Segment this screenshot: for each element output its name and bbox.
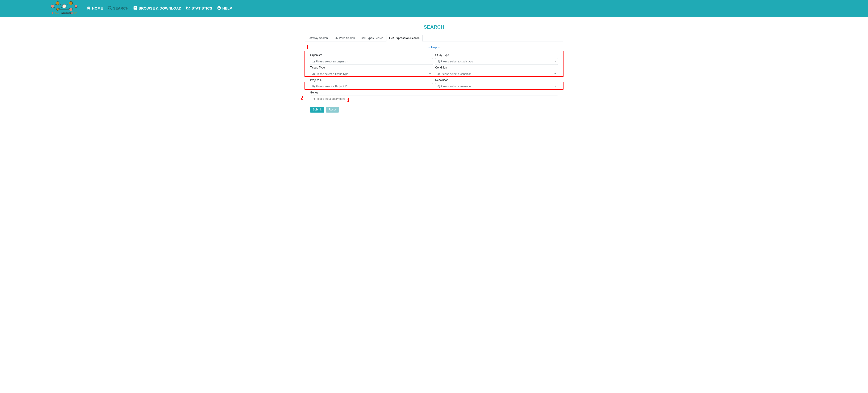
tissue-type-label: Tissue Type [310, 66, 433, 69]
organism-label: Organism [310, 54, 433, 57]
tab-cell-types-search[interactable]: Cell Types Search [358, 35, 386, 41]
annotation-number-2: 2 [301, 94, 304, 101]
reset-button[interactable]: Reset [326, 107, 339, 112]
nav-home-label: HOME [92, 6, 103, 10]
project-id-label: Project ID [310, 78, 433, 82]
nav-home[interactable]: HOME [87, 6, 103, 11]
question-circle-icon [217, 6, 221, 11]
logo-text: CellCommuNet [52, 11, 76, 15]
home-icon [87, 6, 91, 11]
project-id-select[interactable]: 5) Please select a Project ID [310, 83, 433, 90]
study-type-label: Study Type [435, 54, 558, 57]
main-nav: HOME SEARCH BROWSE & DOWNLOAD STATISTICS… [87, 6, 232, 11]
logo-network-icon [49, 1, 80, 11]
header: CellCommuNet HOME SEARCH BROWSE & DOWNLO… [0, 0, 868, 17]
nav-search[interactable]: SEARCH [108, 6, 128, 11]
submit-button[interactable]: Submit [310, 107, 324, 112]
organism-select[interactable]: 1) Please select an organism [310, 58, 433, 65]
svg-point-16 [75, 5, 78, 8]
content-container: SEARCH Pathway Search L-R Pairs Search C… [301, 17, 567, 123]
logo[interactable]: CellCommuNet [49, 1, 80, 15]
study-type-select[interactable]: 2) Please select a study type [435, 58, 558, 65]
nav-help-label: HELP [222, 6, 232, 10]
tab-lr-pairs-search[interactable]: L-R Pairs Search [331, 35, 358, 41]
svg-point-13 [62, 4, 66, 8]
condition-select[interactable]: 4) Please select a condition [435, 71, 558, 77]
nav-browse[interactable]: BROWSE & DOWNLOAD [133, 6, 181, 11]
search-panel: --- Help --- Organism 1) Please select a… [305, 41, 563, 118]
tab-lr-expression-search[interactable]: L-R Expression Search [386, 35, 423, 41]
svg-point-14 [69, 1, 72, 5]
svg-point-11 [56, 1, 59, 5]
search-icon [108, 6, 112, 11]
svg-point-15 [69, 8, 72, 11]
nav-statistics[interactable]: STATISTICS [186, 6, 212, 11]
nav-stats-label: STATISTICS [191, 6, 212, 10]
condition-label: Condition [435, 66, 558, 69]
search-tabs: Pathway Search L-R Pairs Search Cell Typ… [305, 35, 563, 41]
help-link[interactable]: --- Help --- [310, 46, 558, 49]
nav-browse-label: BROWSE & DOWNLOAD [138, 6, 181, 10]
chart-line-icon [186, 6, 190, 11]
nav-search-label: SEARCH [113, 6, 128, 10]
tissue-type-select[interactable]: 3) Please select a tissue type [310, 71, 433, 77]
genes-input[interactable] [310, 96, 558, 102]
svg-point-12 [56, 8, 59, 10]
resolution-label: Resolution [435, 78, 558, 82]
svg-point-10 [51, 5, 54, 8]
annotation-number-1: 1 [306, 44, 309, 51]
book-icon [133, 6, 137, 11]
tab-pathway-search[interactable]: Pathway Search [305, 35, 331, 41]
nav-help[interactable]: HELP [217, 6, 232, 11]
resolution-select[interactable]: 6) Please select a resolution [435, 83, 558, 90]
genes-label: Genes [310, 91, 558, 94]
page-title: SEARCH [305, 24, 563, 30]
